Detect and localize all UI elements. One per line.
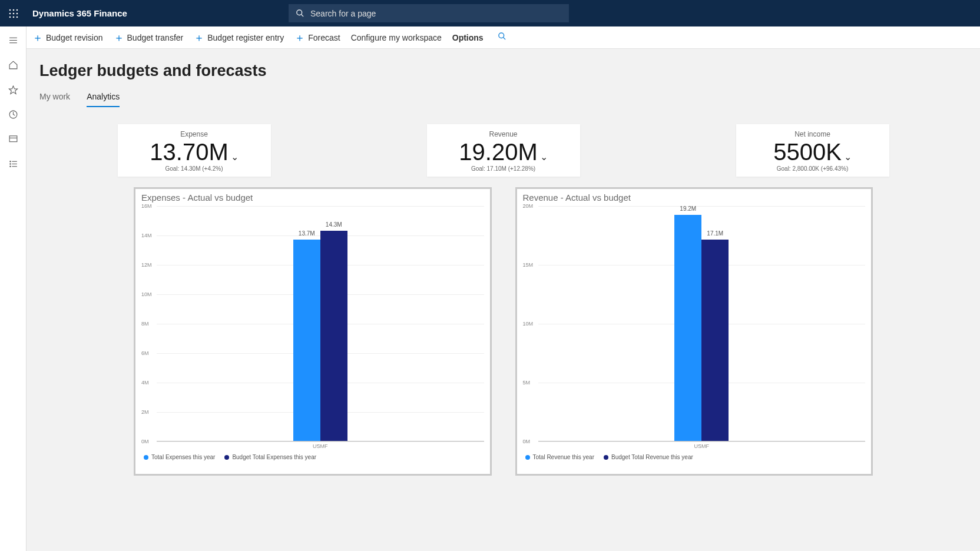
chevron-down-icon: ⌄: [540, 152, 548, 162]
tab-my-work[interactable]: My work: [39, 89, 70, 107]
svg-point-20: [9, 163, 10, 164]
configure-workspace-button[interactable]: Configure my workspace: [351, 33, 442, 42]
x-axis-label: USMF: [157, 443, 484, 449]
bar-actual[interactable]: 13.7M: [293, 240, 320, 442]
bar-budget[interactable]: 14.3M: [320, 231, 347, 442]
gridline: [157, 206, 484, 207]
legend-item-actual: Total Expenses this year: [144, 454, 215, 460]
svg-point-22: [9, 166, 10, 167]
svg-line-25: [503, 37, 505, 39]
svg-point-5: [16, 12, 18, 14]
y-tick-label: 0M: [523, 439, 531, 444]
bar-group: 13.7M14.3M: [293, 231, 347, 442]
budget-register-entry-button[interactable]: ＋ Budget register entry: [194, 32, 284, 43]
tab-analytics[interactable]: Analytics: [87, 89, 120, 107]
options-button[interactable]: Options: [452, 33, 484, 42]
chart-row: Expenses - Actual vs budget 0M2M4M6M8M10…: [39, 187, 967, 476]
search-icon: [498, 32, 506, 41]
svg-point-6: [9, 16, 11, 18]
favorites-button[interactable]: [0, 79, 27, 99]
svg-point-0: [9, 9, 11, 11]
kpi-net-income[interactable]: Net income 5500K⌄ Goal: 2,800.00K (+96.4…: [736, 124, 889, 177]
kpi-revenue[interactable]: Revenue 19.20M⌄ Goal: 17.10M (+12.28%): [427, 124, 580, 177]
y-tick-label: 15M: [523, 262, 534, 268]
action-bar: ＋ Budget revision ＋ Budget transfer ＋ Bu…: [27, 26, 980, 49]
y-tick-label: 2M: [141, 409, 149, 415]
global-search[interactable]: [289, 4, 569, 22]
swatch-icon: [604, 455, 608, 460]
hamburger-button[interactable]: [0, 30, 27, 50]
chart-title: Revenue - Actual vs budget: [523, 192, 866, 203]
budget-transfer-button[interactable]: ＋ Budget transfer: [114, 32, 184, 43]
plus-icon: ＋: [32, 32, 43, 43]
action-label: Configure my workspace: [351, 33, 442, 42]
forecast-button[interactable]: ＋ Forecast: [294, 32, 340, 43]
action-label: Forecast: [308, 33, 340, 42]
tab-strip: My work Analytics: [39, 89, 967, 108]
workspaces-button[interactable]: [0, 129, 27, 149]
kpi-goal: Goal: 14.30M (+4.2%): [122, 165, 266, 172]
legend-item-actual: Total Revenue this year: [525, 454, 595, 460]
y-tick-label: 4M: [141, 380, 149, 386]
data-label: 13.7M: [293, 230, 320, 237]
legend-item-budget: Budget Total Expenses this year: [224, 454, 316, 460]
y-tick-label: 5M: [523, 380, 531, 386]
modules-button[interactable]: [0, 154, 27, 174]
swatch-icon: [144, 455, 148, 460]
app-launcher-button[interactable]: [0, 0, 27, 26]
app-title: Dynamics 365 Finance: [32, 8, 127, 18]
bar-actual[interactable]: 19.2M: [674, 215, 701, 441]
recent-button[interactable]: [0, 104, 27, 124]
kpi-goal: Goal: 2,800.00K (+96.43%): [741, 165, 885, 172]
page-title: Ledger budgets and forecasts: [39, 62, 967, 80]
left-nav-rail: [0, 26, 27, 551]
chart-title: Expenses - Actual vs budget: [141, 192, 484, 203]
svg-point-1: [12, 9, 14, 11]
y-tick-label: 14M: [141, 233, 152, 238]
kpi-row: Expense 13.70M⌄ Goal: 14.30M (+4.2%) Rev…: [39, 124, 967, 177]
legend-item-budget: Budget Total Revenue this year: [604, 454, 693, 460]
list-icon: [8, 159, 18, 169]
y-tick-label: 8M: [141, 321, 149, 327]
y-tick-label: 16M: [141, 203, 152, 209]
action-search-button[interactable]: [498, 32, 506, 43]
kpi-label: Revenue: [432, 130, 575, 138]
plus-icon: ＋: [194, 32, 204, 43]
bar-budget[interactable]: 17.1M: [701, 240, 729, 441]
kpi-label: Net income: [741, 130, 885, 138]
y-tick-label: 12M: [141, 262, 152, 268]
chevron-down-icon: ⌄: [231, 152, 239, 162]
kpi-value: 5500K⌄: [773, 140, 852, 164]
kpi-expense[interactable]: Expense 13.70M⌄ Goal: 14.30M (+4.2%): [118, 124, 271, 177]
budget-revision-button[interactable]: ＋ Budget revision: [32, 32, 103, 43]
home-icon: [8, 60, 18, 70]
plot-area: 0M2M4M6M8M10M12M14M16M13.7M14.3M: [157, 206, 484, 442]
chevron-down-icon: ⌄: [844, 152, 852, 162]
svg-point-2: [16, 9, 18, 11]
data-label: 14.3M: [320, 221, 347, 228]
svg-point-18: [9, 161, 10, 161]
kpi-value: 19.20M⌄: [459, 140, 547, 164]
svg-marker-14: [9, 86, 17, 94]
svg-point-8: [16, 16, 18, 18]
data-label: 19.2M: [674, 205, 701, 212]
action-label: Options: [452, 33, 484, 42]
y-tick-label: 0M: [141, 439, 149, 444]
app-header: Dynamics 365 Finance: [0, 0, 980, 26]
legend: Total Expenses this year Budget Total Ex…: [144, 454, 484, 460]
kpi-value: 13.70M⌄: [150, 140, 238, 164]
workspace-icon: [8, 134, 18, 144]
menu-icon: [8, 35, 18, 45]
plot-area: 0M5M10M15M20M19.2M17.1M: [538, 206, 866, 442]
home-button[interactable]: [0, 55, 27, 75]
data-label: 17.1M: [701, 230, 729, 237]
gridline: [538, 442, 866, 442]
search-input[interactable]: [310, 9, 562, 18]
action-label: Budget revision: [46, 33, 103, 42]
y-tick-label: 6M: [141, 350, 149, 356]
plus-icon: ＋: [114, 32, 124, 43]
svg-point-4: [12, 12, 14, 14]
action-label: Budget register entry: [207, 33, 284, 42]
svg-point-7: [12, 16, 14, 18]
kpi-label: Expense: [122, 130, 266, 138]
